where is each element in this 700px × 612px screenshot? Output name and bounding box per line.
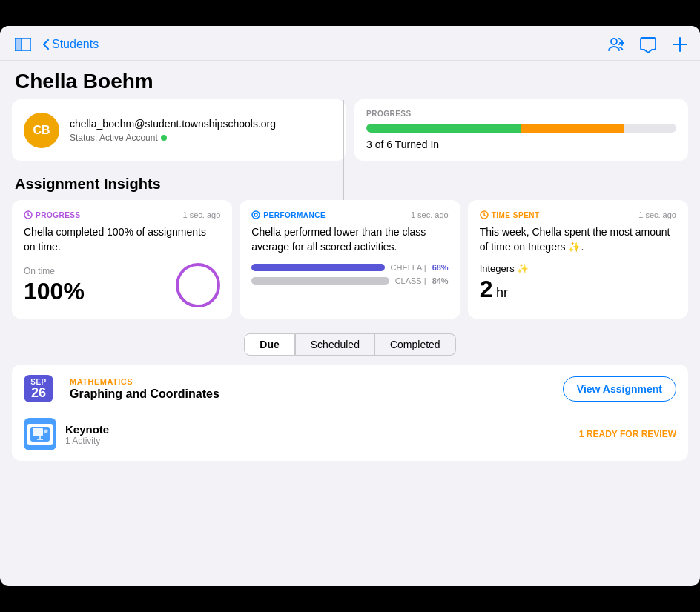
assignment-text: MATHEMATICS Graphing and Coordinates: [70, 377, 219, 401]
insight-card-progress: PROGRESS 1 sec. ago Chella completed 100…: [12, 200, 232, 319]
progress-bar-orange: [521, 124, 624, 133]
insights-section-title: Assignment Insights: [0, 170, 700, 200]
time-unit: hr: [496, 285, 508, 300]
tab-completed[interactable]: Completed: [375, 333, 456, 356]
activity-count: 1 Activity: [65, 436, 570, 446]
svg-point-10: [254, 213, 257, 216]
progress-summary: 3 of 6 Turned In: [366, 139, 676, 150]
time-value: 2: [480, 276, 493, 302]
assignment-name: Graphing and Coordinates: [70, 388, 219, 401]
perf-bars: CHELLA | 68% CLASS | 84%: [251, 263, 448, 285]
insight-card-time: TIME SPENT 1 sec. ago This week, Chella …: [468, 200, 688, 319]
svg-rect-13: [33, 428, 43, 436]
keynote-app-icon: [27, 424, 53, 445]
activity-status: 1 READY FOR REVIEW: [579, 429, 676, 439]
status-dot: [161, 135, 167, 141]
svg-point-9: [252, 211, 260, 219]
insight-card-header-performance: PERFORMANCE 1 sec. ago: [251, 210, 448, 219]
svg-point-16: [44, 430, 48, 433]
status-label: Status: Active Account: [70, 133, 158, 143]
view-assignment-button[interactable]: View Assignment: [563, 376, 676, 402]
time-topic: Integers ✨: [480, 263, 676, 274]
progress-overview-card: PROGRESS 3 of 6 Turned In: [354, 99, 688, 161]
progress-bar-container: [366, 124, 676, 133]
back-label: Students: [52, 38, 99, 51]
back-button[interactable]: Students: [43, 38, 99, 51]
app-header: Students: [0, 26, 700, 61]
svg-point-3: [611, 39, 617, 44]
chella-bar: [251, 264, 384, 271]
profile-email: chella_boehm@student.townshipschools.org: [70, 118, 276, 130]
profile-info: chella_boehm@student.townshipschools.org…: [70, 118, 276, 143]
insight-cards: PROGRESS 1 sec. ago Chella completed 100…: [0, 200, 700, 327]
circle-indicator: [176, 263, 220, 307]
progress-stat: On time 100%: [24, 263, 220, 307]
insight-desc-2: This week, Chella spent the most amount …: [480, 225, 676, 254]
insight-card-header-time: TIME SPENT 1 sec. ago: [480, 210, 676, 219]
on-time-value: 100%: [24, 278, 85, 305]
avatar: CB: [24, 113, 59, 148]
assignment-title-block: SEP 26 MATHEMATICS Graphing and Coordina…: [24, 375, 563, 402]
performance-badge: PERFORMANCE: [251, 210, 326, 219]
header-right: [607, 36, 688, 53]
insight-time-1: 1 sec. ago: [411, 210, 449, 219]
time-badge: TIME SPENT: [480, 210, 540, 219]
progress-card-label: PROGRESS: [366, 110, 676, 118]
on-time-label: On time: [24, 266, 85, 276]
time-value-block: 2 hr: [480, 276, 676, 303]
activity-row: Keynote 1 Activity 1 READY FOR REVIEW: [24, 410, 676, 450]
sidebar-toggle-button[interactable]: [12, 35, 34, 54]
chella-label: CHELLA |: [391, 263, 426, 272]
date-day: 26: [31, 386, 46, 399]
progress-badge: PROGRESS: [24, 210, 81, 219]
profile-status: Status: Active Account: [70, 133, 276, 143]
insight-desc-1: Chella performed lower than the class av…: [251, 225, 448, 254]
insight-card-performance: PERFORMANCE 1 sec. ago Chella performed …: [240, 200, 460, 319]
class-label: CLASS |: [395, 276, 426, 285]
activity-name: Keynote: [65, 423, 570, 436]
assignment-section: SEP 26 MATHEMATICS Graphing and Coordina…: [12, 365, 688, 461]
assignment-header: SEP 26 MATHEMATICS Graphing and Coordina…: [24, 375, 676, 402]
page-title: Chella Boehm: [15, 70, 685, 93]
assignment-date: SEP 26: [24, 375, 53, 402]
filter-tab-bar: Due Scheduled Completed: [0, 327, 700, 365]
class-bar: [251, 277, 389, 285]
header-left: Students: [12, 35, 99, 54]
activity-icon: [24, 418, 56, 450]
class-bar-row: CLASS | 84%: [251, 276, 448, 285]
on-time-block: On time 100%: [24, 266, 85, 305]
add-student-button[interactable]: [607, 36, 624, 53]
progress-bar-green: [366, 124, 521, 133]
add-button[interactable]: [672, 36, 688, 53]
top-cards: CB chella_boehm@student.townshipschools.…: [0, 99, 700, 170]
svg-rect-0: [15, 38, 22, 51]
activity-info: Keynote 1 Activity: [65, 423, 570, 446]
class-pct: 84%: [432, 276, 449, 285]
profile-card: CB chella_boehm@student.townshipschools.…: [12, 99, 346, 161]
chella-pct: 68%: [432, 263, 449, 272]
message-button[interactable]: [639, 36, 657, 53]
insight-card-header-progress: PROGRESS 1 sec. ago: [24, 210, 220, 219]
insight-time-2: 1 sec. ago: [638, 210, 676, 219]
chella-bar-row: CHELLA | 68%: [251, 263, 448, 272]
tab-due[interactable]: Due: [244, 333, 294, 356]
insight-time-0: 1 sec. ago: [183, 210, 221, 219]
page-title-section: Chella Boehm: [0, 61, 700, 99]
tab-scheduled[interactable]: Scheduled: [295, 333, 375, 356]
insight-desc-0: Chella completed 100% of assignments on …: [24, 225, 220, 254]
assignment-subject: MATHEMATICS: [70, 377, 219, 386]
